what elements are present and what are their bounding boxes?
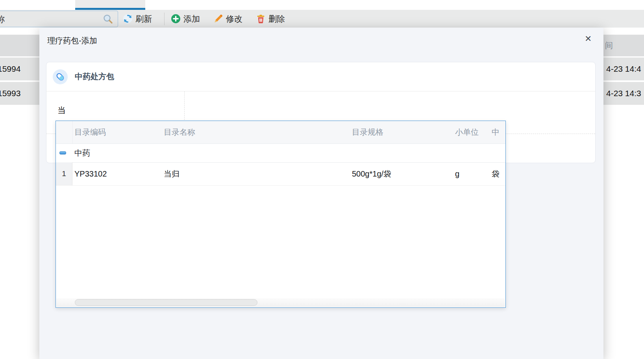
col-header-small-unit: 小单位: [455, 121, 479, 143]
horizontal-scrollbar-track[interactable]: [56, 298, 505, 307]
add-button-label: 添加: [183, 13, 200, 24]
drug-search-typed-value[interactable]: 当: [57, 105, 66, 116]
delete-button-label: 删除: [268, 13, 285, 24]
add-button[interactable]: 添加: [171, 10, 200, 28]
cell-catalog-name: 当归: [164, 162, 180, 185]
dropdown-header-row: 目录编码 目录名称 目录规格 小单位 中: [56, 121, 505, 144]
close-icon[interactable]: ×: [585, 33, 591, 44]
drug-autocomplete-dropdown: 目录编码 目录名称 目录规格 小单位 中 中药 1 YP33102 当归 500…: [56, 121, 506, 308]
trash-icon: [256, 14, 266, 24]
card-section-title: 中药处方包: [75, 71, 114, 82]
bg-table-time-column-header: 间: [605, 35, 613, 56]
bg-row-id: 15994: [0, 58, 20, 80]
horizontal-scrollbar-thumb[interactable]: [75, 299, 257, 306]
bg-row-id: 15993: [0, 82, 20, 105]
bg-row-time: 4-23 14:3: [606, 82, 641, 105]
col-header-mid-unit-clipped: 中: [492, 121, 500, 143]
tab-strip: [0, 0, 644, 10]
dialog-title: 理疗药包-添加: [47, 35, 97, 46]
search-input[interactable]: 称: [0, 11, 118, 27]
card-section-header: 中药处方包: [46, 62, 595, 91]
delete-button[interactable]: 删除: [256, 10, 285, 28]
cell-small-unit: g: [455, 162, 459, 185]
refresh-button-label: 刷新: [135, 13, 152, 24]
row-number-column-divider: [72, 121, 73, 143]
dropdown-group-row[interactable]: 中药: [56, 143, 505, 163]
search-input-value: 称: [0, 14, 5, 25]
row-number-cell: 1: [56, 162, 72, 185]
search-icon[interactable]: [103, 14, 113, 24]
add-icon: [171, 14, 181, 24]
cell-catalog-spec: 500g*1g/袋: [352, 162, 391, 185]
col-header-catalog-code: 目录编码: [74, 121, 106, 143]
pill-badge: [53, 69, 68, 84]
edit-button-label: 修改: [226, 13, 242, 24]
dropdown-result-row[interactable]: 1 YP33102 当归 500g*1g/袋 g 袋: [56, 162, 505, 186]
refresh-icon: [123, 14, 133, 24]
toolbar-divider: [164, 13, 165, 25]
cell-catalog-code: YP33102: [74, 162, 107, 185]
pencil-icon: [213, 14, 223, 24]
col-header-catalog-spec: 目录规格: [352, 121, 383, 143]
toolbar: 称 刷新 添加 修改: [0, 10, 644, 28]
cell-mid-unit: 袋: [492, 162, 500, 185]
bg-row-time: 4-23 14:4: [606, 58, 641, 80]
collapse-minus-icon[interactable]: [59, 151, 66, 154]
col-header-catalog-name: 目录名称: [164, 121, 195, 143]
pill-icon: [56, 73, 65, 81]
active-tab[interactable]: [75, 0, 145, 8]
edit-button[interactable]: 修改: [213, 10, 242, 28]
refresh-button[interactable]: 刷新: [123, 10, 152, 28]
group-label: 中药: [74, 143, 90, 162]
